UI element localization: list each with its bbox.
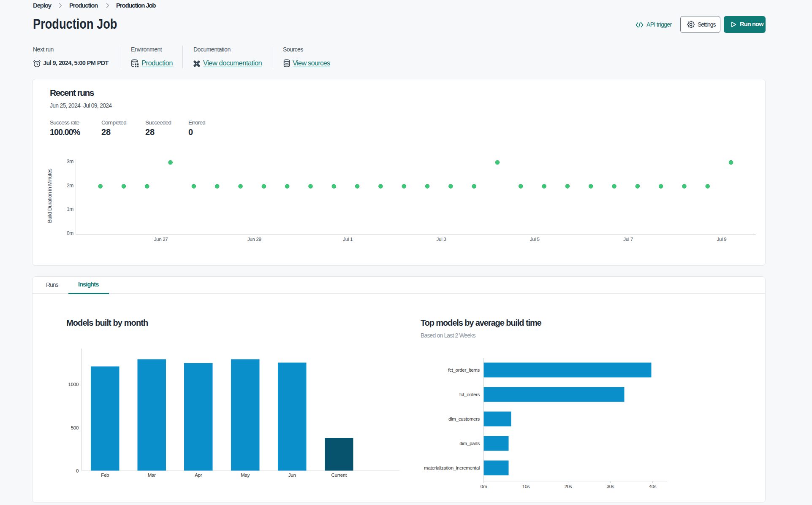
svg-text:500: 500 xyxy=(71,425,79,430)
svg-text:Jul 7: Jul 7 xyxy=(623,237,633,242)
svg-text:fct_orders: fct_orders xyxy=(459,392,480,397)
svg-text:May: May xyxy=(241,473,250,478)
svg-text:dim_customers: dim_customers xyxy=(448,416,480,421)
svg-text:0: 0 xyxy=(76,468,79,473)
svg-text:Apr: Apr xyxy=(195,473,202,478)
svg-text:40s: 40s xyxy=(649,484,657,489)
svg-text:Jul 1: Jul 1 xyxy=(343,237,353,242)
svg-text:0m: 0m xyxy=(67,230,73,236)
svg-text:Jul 5: Jul 5 xyxy=(530,237,540,242)
svg-text:Current: Current xyxy=(331,473,347,478)
svg-text:1000: 1000 xyxy=(68,382,79,387)
svg-text:Jul 3: Jul 3 xyxy=(437,237,446,242)
svg-text:Jun 27: Jun 27 xyxy=(154,237,168,242)
svg-text:Build Duration in Minutes: Build Duration in Minutes xyxy=(47,168,53,223)
svg-text:20s: 20s xyxy=(565,484,572,489)
svg-text:10s: 10s xyxy=(522,484,530,489)
svg-text:dim_parts: dim_parts xyxy=(459,441,480,446)
svg-text:30s: 30s xyxy=(607,484,614,489)
svg-text:3m: 3m xyxy=(67,159,73,165)
svg-text:1m: 1m xyxy=(67,206,73,212)
svg-text:Feb: Feb xyxy=(101,473,109,478)
svg-text:Jul 9: Jul 9 xyxy=(717,237,727,242)
svg-text:Jun 29: Jun 29 xyxy=(247,237,261,242)
svg-text:fct_order_items: fct_order_items xyxy=(448,367,480,373)
svg-text:Jun: Jun xyxy=(288,473,296,478)
svg-text:materialization_incremental: materialization_incremental xyxy=(424,465,480,470)
svg-text:0m: 0m xyxy=(481,484,487,489)
svg-text:2m: 2m xyxy=(67,183,73,189)
svg-text:Mar: Mar xyxy=(148,473,156,478)
